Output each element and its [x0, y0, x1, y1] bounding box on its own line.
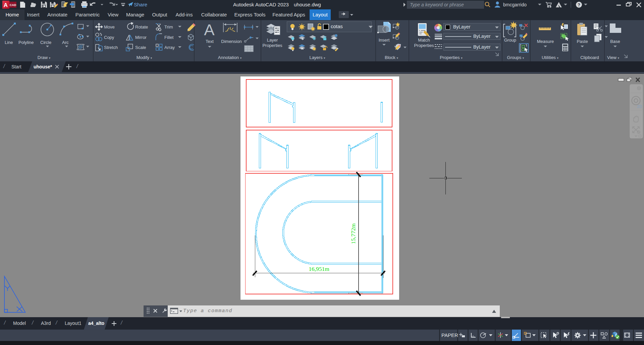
svg-text:CAD: CAD: [10, 3, 16, 7]
svg-text:2D: 2D: [637, 104, 642, 109]
svg-text:A: A: [204, 21, 215, 39]
svg-text:A: A: [4, 2, 8, 8]
svg-text:16,951m: 16,951m: [309, 266, 329, 272]
svg-text:15,772m: 15,772m: [350, 223, 357, 244]
svg-text:?: ?: [578, 2, 580, 7]
